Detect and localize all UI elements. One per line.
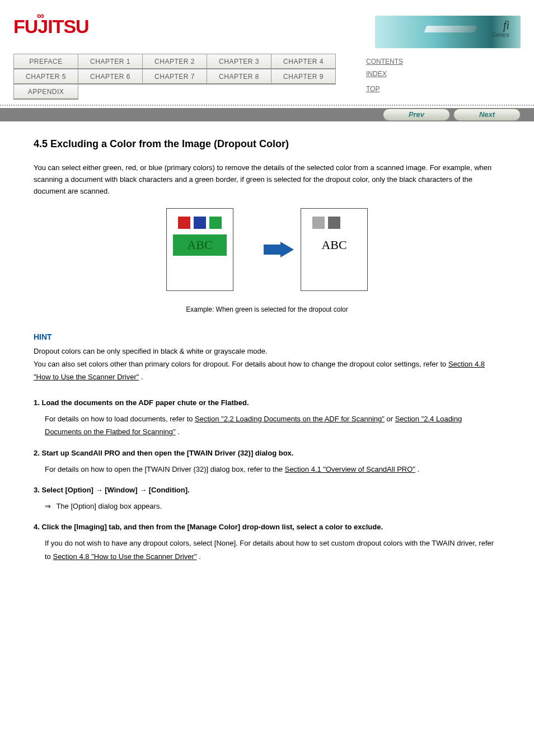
prev-button[interactable]: Prev (383, 109, 450, 121)
tab-chapter-7[interactable]: CHAPTER 7 (142, 69, 207, 84)
step-1-ref-mid: or (387, 415, 395, 423)
tab-chapter-2[interactable]: CHAPTER 2 (142, 54, 207, 69)
step-2-num: 2. (34, 449, 40, 457)
step-1-num: 1. (34, 398, 40, 407)
step-2-ref: For details on how to open the [TWAIN Dr… (34, 463, 500, 476)
logo-infinity-icon: ∞ (37, 10, 44, 22)
step-3-body-mid1: [Window] (105, 486, 139, 494)
hint-text-2-suffix: . (141, 373, 143, 381)
tab-chapter-5[interactable]: CHAPTER 5 (13, 69, 78, 84)
link-contents[interactable]: CONTENTS (366, 58, 403, 65)
step-1: 1. Load the documents on the ADF paper c… (34, 398, 500, 407)
toolbar-bar: Prev Next (0, 108, 534, 121)
step-4-note: If you do not wish to have any dropout c… (34, 537, 500, 563)
banner-wedge-icon (424, 26, 477, 32)
darkgray-square-icon (328, 217, 340, 229)
hint-text-1: Dropout colors can be only specified in … (34, 345, 500, 358)
tab-chapter-9[interactable]: CHAPTER 9 (271, 69, 336, 84)
hint-text-2-prefix: You can also set colors other than prima… (34, 360, 448, 368)
step-3: 3. Select [Option] → [Window] → [Conditi… (34, 486, 500, 494)
step-4-body: Click the [Imaging] tab, and then from t… (41, 523, 383, 531)
tab-appendix[interactable]: APPENDIX (13, 84, 78, 100)
hint-block: HINT Dropout colors can be only specifie… (34, 330, 500, 383)
nav-tabs: PREFACE CHAPTER 1 CHAPTER 2 CHAPTER 3 CH… (13, 54, 344, 99)
logo-text: FUJITSU (13, 16, 89, 37)
example-caption: Example: When green is selected for the … (34, 306, 500, 313)
step-3-result: The [Option] dialog box appears. (34, 500, 500, 513)
step-4: 4. Click the [Imaging] tab, and then fro… (34, 523, 500, 531)
green-square-icon (209, 217, 222, 229)
section-title: 4.5 Excluding a Color from the Image (Dr… (34, 138, 500, 150)
abc-green-band: ABC (173, 234, 227, 256)
next-button[interactable]: Next (453, 109, 521, 121)
step-2-ref-link[interactable]: Section 4.1 "Overview of ScandAll PRO" (285, 465, 415, 473)
gray-square-icon (312, 217, 325, 229)
step-2-ref-prefix: For details on how to open the [TWAIN Dr… (45, 465, 285, 473)
side-links: CONTENTS INDEX TOP (366, 56, 403, 96)
banner-fi-text: fi (503, 19, 509, 32)
step-1-ref-suffix: . (177, 428, 180, 436)
hint-text-2: You can also set colors other than prima… (34, 358, 500, 384)
step-2-ref-suffix: . (418, 465, 420, 473)
arrow-right-icon (280, 242, 294, 257)
diagram-result-doc: ABC (301, 208, 368, 291)
blue-square-icon (194, 217, 206, 229)
step-3-num: 3. (34, 486, 40, 494)
link-top[interactable]: TOP (366, 85, 380, 93)
step-1-body: Load the documents on the ADF paper chut… (41, 398, 249, 407)
step-4-note-link[interactable]: Section 4.8 "How to Use the Scanner Driv… (53, 552, 196, 561)
link-index[interactable]: INDEX (366, 70, 387, 78)
step-4-note-suffix: . (199, 552, 201, 561)
abc-white-band: ABC (307, 234, 361, 256)
intro-paragraph: You can select either green, red, or blu… (34, 162, 500, 197)
banner-series-text: Series (492, 31, 509, 38)
tab-chapter-1[interactable]: CHAPTER 1 (78, 54, 143, 69)
step-2: 2. Start up ScandAll PRO and then open t… (34, 449, 500, 457)
tab-chapter-3[interactable]: CHAPTER 3 (207, 54, 271, 69)
tab-chapter-8[interactable]: CHAPTER 8 (207, 69, 271, 84)
step-3-body-mid2: [Condition]. (149, 486, 190, 494)
diagram-original-doc: ABC (166, 208, 233, 291)
tab-chapter-6[interactable]: CHAPTER 6 (78, 69, 143, 84)
red-square-icon (178, 217, 190, 229)
step-3-body-prefix: Select [Option] (41, 486, 95, 494)
hint-label: HINT (34, 330, 500, 344)
dotted-divider (0, 105, 534, 106)
tab-preface[interactable]: PREFACE (13, 54, 78, 69)
step-1-ref: For details on how to load documents, re… (34, 412, 500, 439)
fujitsu-logo: ∞ FUJITSU (13, 16, 89, 37)
step-1-ref-link[interactable]: Section "2.2 Loading Documents on the AD… (195, 415, 385, 423)
step-2-body: Start up ScandAll PRO and then open the … (41, 449, 293, 457)
step-4-num: 4. (34, 523, 40, 531)
arrow-icon: → (96, 486, 103, 494)
arrow-icon: → (139, 486, 147, 494)
step-3-result-text: The [Option] dialog box appears. (56, 502, 162, 510)
dropout-diagram: ABC ABC (34, 208, 500, 291)
step-1-ref-prefix: For details on how to load documents, re… (45, 415, 195, 423)
tab-chapter-4[interactable]: CHAPTER 4 (271, 54, 336, 69)
brand-banner: fi Series (375, 16, 521, 48)
